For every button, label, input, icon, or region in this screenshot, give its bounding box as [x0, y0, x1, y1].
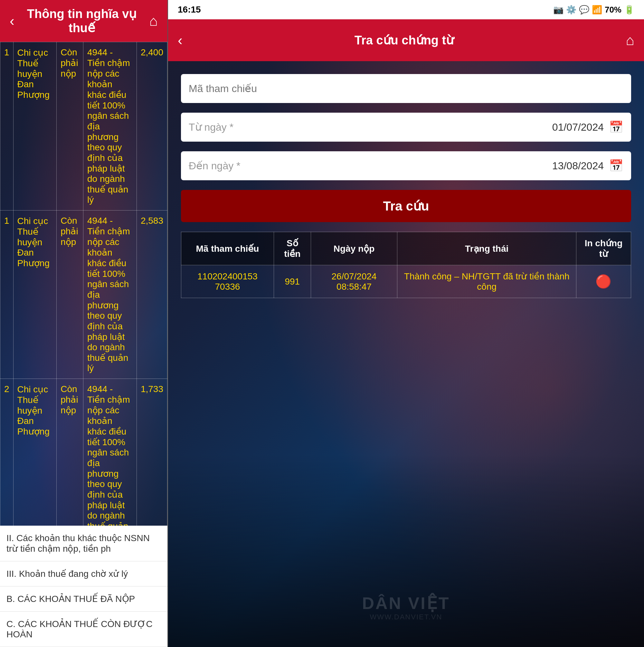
result-so-tien: 991: [274, 265, 311, 298]
mo-ta-cell: 4944 - Tiền chậm nộp các khoản khác điều…: [83, 42, 136, 211]
left-header: ‹ Thông tin nghĩa vụ thuế ⌂: [0, 0, 168, 42]
den-ngay-calendar-icon[interactable]: 📅: [609, 159, 623, 172]
table-row: 1 Chi cục Thuế huyện Đan Phượng Còn phải…: [0, 211, 168, 379]
mo-ta-cell: 4944 - Tiền chậm nộp các khoản khác điều…: [83, 211, 136, 379]
tu-ngay-calendar-icon[interactable]: 📅: [609, 120, 623, 134]
right-header: ‹ Tra cứu chứng từ ⌂: [168, 19, 644, 61]
ma-tham-chieu-input[interactable]: [181, 74, 631, 103]
so-tien-cell: 2,583: [136, 211, 167, 379]
camera-icon: 📷: [553, 5, 564, 15]
stt-cell: 1: [0, 42, 13, 211]
so-tien-cell: 2,400: [136, 42, 167, 211]
tu-ngay-value: 01/07/2024: [552, 121, 604, 133]
right-back-button[interactable]: ‹: [178, 32, 183, 48]
left-table-container: 1 Chi cục Thuế huyện Đan Phượng Còn phải…: [0, 42, 168, 526]
column-header: Số tiền: [274, 232, 311, 265]
result-ma-tham-chieu: 110202400153 70336: [181, 265, 274, 298]
trang-thai-cell: Còn phải nộp: [57, 42, 83, 211]
mo-ta-cell: 4944 - Tiền chậm nộp các khoản khác điều…: [83, 379, 136, 526]
don-vi-cell: Chi cục Thuế huyện Đan Phượng: [13, 211, 57, 379]
print-icon[interactable]: 🔴: [595, 274, 611, 288]
table-row: 2 Chi cục Thuế huyện Đan Phượng Còn phải…: [0, 379, 168, 526]
tu-ngay-field[interactable]: Từ ngày * 01/07/2024 📅: [181, 113, 631, 142]
den-ngay-label: Đến ngày *: [189, 160, 241, 172]
section-item[interactable]: III. Khoản thuế đang chờ xử lý: [0, 561, 168, 586]
battery-level: 70%: [605, 5, 622, 15]
status-bar: 16:15 📷 ⚙️ 💬 📶 70% 🔋: [168, 0, 644, 19]
battery-icon: 🔋: [624, 5, 634, 15]
table-row: 1 Chi cục Thuế huyện Đan Phượng Còn phải…: [0, 42, 168, 211]
column-header: Trạng thái: [397, 232, 576, 265]
right-panel: 16:15 📷 ⚙️ 💬 📶 70% 🔋 ‹ Tra cứu chứng từ …: [168, 0, 644, 647]
column-header: Mã tham chiếu: [181, 232, 274, 265]
status-time: 16:15: [178, 4, 201, 15]
so-tien-cell: 1,733: [136, 379, 167, 526]
section-item[interactable]: C. CÁC KHOẢN THUẾ CÒN ĐƯỢC HOÀN: [0, 612, 168, 647]
result-in-chung-tu[interactable]: 🔴: [576, 265, 631, 298]
trang-thai-cell: Còn phải nộp: [57, 379, 83, 526]
status-icons: 📷 ⚙️ 💬 📶 70% 🔋: [553, 5, 634, 15]
result-trang-thai: Thành công – NH/TGTT đã trừ tiền thành c…: [397, 265, 576, 298]
stt-cell: 1: [0, 211, 13, 379]
right-home-button[interactable]: ⌂: [626, 32, 634, 48]
results-table: Mã tham chiếuSố tiềnNgày nộpTrạng tháiIn…: [181, 232, 631, 298]
stt-cell: 2: [0, 379, 13, 526]
left-page-title: Thông tin nghĩa vụ thuế: [14, 7, 149, 35]
left-back-button[interactable]: ‹: [10, 13, 14, 29]
section-item[interactable]: II. Các khoản thu khác thuộc NSNN trừ ti…: [0, 526, 168, 561]
left-panel: ‹ Thông tin nghĩa vụ thuế ⌂ 1 Chi cục Th…: [0, 0, 168, 647]
result-ngay-nop: 26/07/2024 08:58:47: [311, 265, 397, 298]
messenger-icon: 💬: [579, 5, 589, 15]
don-vi-cell: Chi cục Thuế huyện Đan Phượng: [13, 379, 57, 526]
den-ngay-field[interactable]: Đến ngày * 13/08/2024 📅: [181, 151, 631, 180]
den-ngay-value: 13/08/2024: [552, 160, 604, 172]
right-content: Từ ngày * 01/07/2024 📅 Đến ngày * 13/08/…: [168, 61, 644, 647]
tu-ngay-label: Từ ngày *: [189, 121, 234, 133]
column-header: In chứng từ: [576, 232, 631, 265]
trang-thai-cell: Còn phải nộp: [57, 211, 83, 379]
column-header: Ngày nộp: [311, 232, 397, 265]
right-page-title: Tra cứu chứng từ: [183, 33, 626, 47]
settings-icon: ⚙️: [566, 5, 576, 15]
section-item[interactable]: B. CÁC KHOẢN THUẾ ĐÃ NỘP: [0, 586, 168, 612]
don-vi-cell: Chi cục Thuế huyện Đan Phượng: [13, 42, 57, 211]
bottom-sections: II. Các khoản thu khác thuộc NSNN trừ ti…: [0, 526, 168, 647]
search-button[interactable]: Tra cứu: [181, 190, 631, 222]
left-home-button[interactable]: ⌂: [149, 13, 158, 29]
wifi-icon: 📶: [592, 5, 602, 15]
tax-obligation-table: 1 Chi cục Thuế huyện Đan Phượng Còn phải…: [0, 42, 168, 526]
list-item: 110202400153 70336 991 26/07/2024 08:58:…: [181, 265, 631, 298]
results-header-row: Mã tham chiếuSố tiềnNgày nộpTrạng tháiIn…: [181, 232, 631, 265]
